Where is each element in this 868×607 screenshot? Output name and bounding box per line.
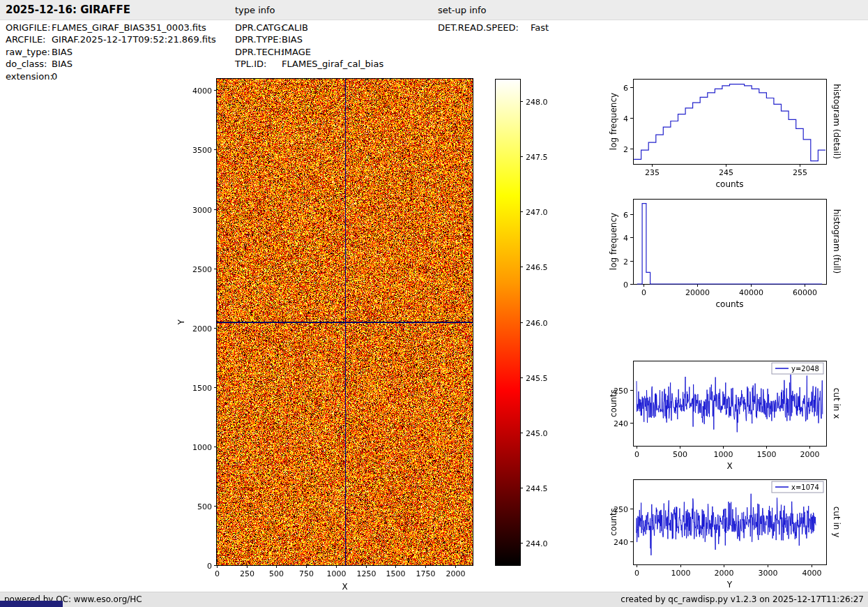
tick-label: 245 [719, 168, 733, 177]
tick-label: 2000 [192, 324, 212, 334]
colorbar-tick-label: 248.0 [526, 98, 548, 107]
meta-label: ARCFILE: [6, 33, 52, 45]
colorbar-tick-label: 244.5 [526, 484, 548, 493]
cut_in_x-ylabel: counts [609, 389, 618, 417]
meta-label: DPR.CATG: [235, 22, 282, 33]
tick-label: 240 [614, 538, 628, 547]
histogram_full-right-label: histogram (full) [832, 209, 842, 274]
cut_in_y-axes: 01000200030004000240250Ycountscut in y [609, 480, 842, 590]
meta-row: DPR.TECH:IMAGE [235, 46, 383, 58]
raw-image-canvas [217, 79, 473, 565]
cut_in_y-legend-label: x=1074 [791, 484, 819, 491]
tick-label: 60000 [793, 288, 817, 297]
setup-info-block: DET.READ.SPEED:Fast [438, 22, 549, 33]
meta-value: IMAGE [282, 47, 311, 57]
meta-value: BIAS [282, 34, 303, 45]
tick-label: 255 [793, 168, 807, 177]
tick-label: 500 [269, 569, 284, 578]
tick-label: 250 [614, 387, 628, 396]
tick-label: 2 [623, 145, 628, 154]
meta-row: TPL.ID:FLAMES_giraf_cal_bias [235, 58, 383, 70]
data-line [634, 84, 825, 161]
meta-label: DET.READ.SPEED: [438, 22, 531, 33]
tick-label: 1500 [757, 450, 777, 459]
tick-label: 1500 [192, 384, 212, 393]
tick-label: 1250 [357, 569, 376, 578]
meta-value: 0 [52, 71, 57, 82]
meta-row: ARCFILE:GIRAF.2025-12-17T09:52:21.869.fi… [6, 33, 216, 45]
meta-value: FLAMES_GIRAF_BIAS351_0003.fits [52, 22, 206, 33]
cut_in_x-right-label: cut in x [832, 388, 842, 419]
tick-label: 250 [240, 569, 254, 578]
colorbar-tick-label: 245.0 [526, 429, 548, 438]
meta-row: ORIGFILE:FLAMES_GIRAF_BIAS351_0003.fits [6, 22, 216, 33]
qc-report-page: 2025-12-16: GIRAFFE type info set-up inf… [0, 0, 868, 607]
tick-label: 1000 [327, 569, 347, 578]
colorbar-tick-label: 247.5 [526, 153, 548, 162]
colorbar [495, 79, 520, 565]
data-line [637, 494, 816, 555]
tick-label: 1750 [416, 569, 436, 578]
meta-value: Fast [531, 22, 549, 33]
cut_in_y-ylabel: counts [609, 508, 618, 536]
histogram_full-xlabel: counts [715, 299, 743, 309]
cut_in_y-right-label: cut in y [832, 507, 842, 538]
histogram_detail-right-label: histogram (detail) [832, 84, 842, 159]
tick-label: 2500 [192, 265, 212, 274]
colorbar-tick-label: 246.0 [526, 319, 548, 328]
tick-label: 2000 [715, 569, 734, 578]
meta-label: DPR.TECH: [235, 46, 282, 58]
page-title: 2025-12-16: GIRAFFE [6, 3, 130, 16]
tick-label: 2 [623, 257, 628, 267]
tick-label: 4000 [802, 569, 822, 578]
cut_in_y-legend: x=1074 [772, 481, 823, 493]
tick-label: 4000 [192, 87, 212, 96]
colorbar-tick-label: 247.0 [526, 208, 548, 217]
tick-label: 250 [614, 505, 628, 514]
tick-label: 240 [614, 419, 628, 428]
tick-label: 1000 [671, 569, 691, 578]
tick-label: 0 [207, 562, 212, 571]
cut_in_x-legend: y=2048 [772, 363, 823, 374]
tick-label: 0 [215, 569, 220, 578]
meta-value: GIRAF.2025-12-17T09:52:21.869.fits [52, 34, 216, 45]
colorbar-tick-label: 246.5 [526, 263, 548, 272]
meta-value: BIAS [52, 47, 73, 57]
raw-image-ylabel: Y [176, 319, 186, 325]
type-info-block: DPR.CATG:CALIB DPR.TYPE:BIAS DPR.TECH:IM… [235, 22, 383, 70]
bottom-navy-strip [0, 601, 63, 607]
tick-label: 2000 [800, 450, 820, 459]
meta-row: DET.READ.SPEED:Fast [438, 22, 549, 33]
meta-label: ORIGFILE: [6, 22, 52, 33]
data-line [637, 204, 822, 284]
meta-value: CALIB [282, 22, 308, 33]
histogram_full-ylabel: log frequency [609, 213, 618, 270]
meta-row: extension:0 [6, 70, 216, 82]
meta-label: extension: [6, 70, 52, 82]
tick-label: 3000 [759, 569, 778, 578]
type-info-heading: type info [235, 5, 275, 15]
histogram_full-axes: 02000040000600000246countslog frequencyh… [609, 200, 842, 310]
footer-created-by: created by qc_rawdisp.py v1.2.3 on 2025-… [620, 594, 864, 604]
setup-info-heading: set-up info [438, 5, 487, 15]
histogram_detail-ylabel: log frequency [609, 93, 618, 150]
meta-row: DPR.TYPE:BIAS [235, 33, 383, 45]
tick-label: 4 [623, 234, 628, 243]
tick-label: 0 [623, 280, 628, 290]
meta-label: TPL.ID: [235, 58, 282, 70]
tick-label: 20000 [685, 288, 710, 297]
cut_in_y-xlabel: Y [726, 580, 733, 590]
tick-label: 40000 [739, 288, 763, 297]
cut_in_x-legend-label: y=2048 [791, 365, 819, 373]
tick-label: 500 [197, 502, 212, 511]
meta-row: do_class:BIAS [6, 58, 216, 70]
tick-label: 1000 [192, 443, 212, 452]
meta-label: do_class: [6, 58, 52, 70]
tick-label: 0 [634, 450, 639, 459]
tick-label: 3500 [192, 146, 212, 155]
cut_in_x-axes: 0500100015002000240250Xcountscut in x [609, 361, 842, 472]
tick-label: 2000 [446, 569, 466, 578]
tick-label: 3000 [192, 206, 212, 215]
file-info-block: ORIGFILE:FLAMES_GIRAF_BIAS351_0003.fits … [6, 22, 216, 82]
tick-label: 0 [634, 569, 639, 578]
